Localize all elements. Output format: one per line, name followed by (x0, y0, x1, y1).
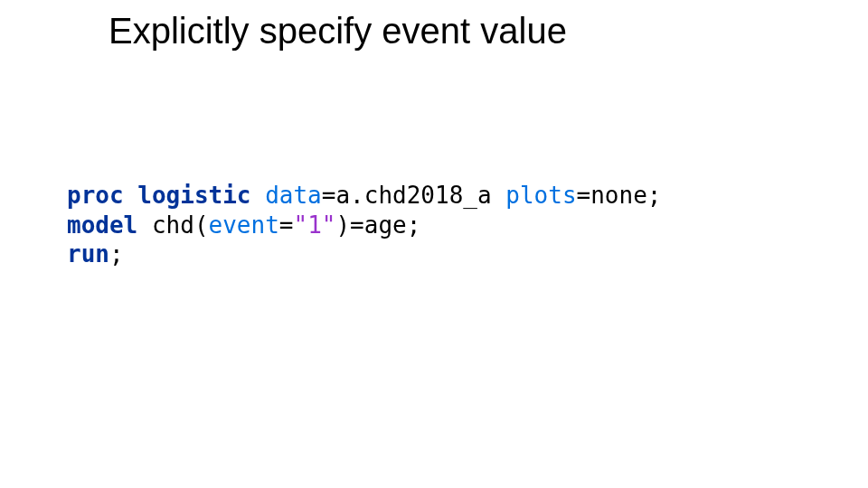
slide-title: Explicitly specify event value (108, 11, 567, 52)
code-dataset-name: a.chd2018_a (335, 182, 505, 209)
code-option-data: data (265, 182, 322, 209)
code-text: chd( (137, 211, 208, 239)
code-eq: = (322, 182, 336, 209)
code-keyword-run: run (67, 240, 109, 267)
code-keyword-model: model (67, 211, 137, 239)
code-keyword-proc-logistic: proc logistic (67, 182, 251, 209)
code-semicolon: ; (647, 182, 662, 209)
code-semicolon: ; (109, 240, 124, 267)
code-eq: = (279, 211, 294, 239)
code-option-plots: plots (505, 182, 576, 209)
slide: Explicitly specify event value proc logi… (0, 0, 868, 488)
code-plots-value: none (590, 182, 647, 209)
code-option-event: event (209, 211, 279, 239)
code-block: proc logistic data=a.chd2018_a plots=non… (67, 181, 662, 269)
code-space (251, 182, 266, 209)
code-string-literal: "1" (294, 211, 336, 239)
code-eq: = (577, 182, 591, 209)
code-text: )=age; (335, 211, 420, 239)
